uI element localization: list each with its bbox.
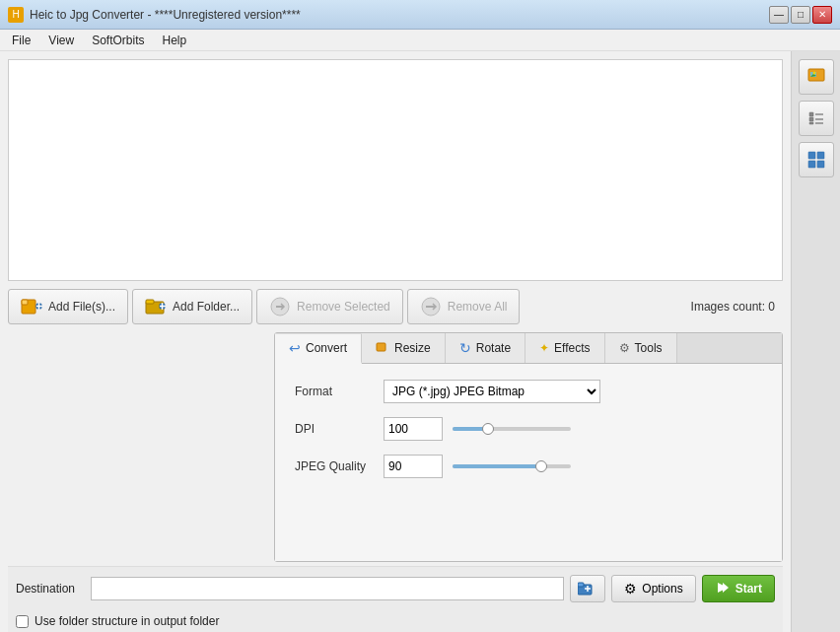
quality-slider-thumb bbox=[535, 460, 547, 472]
tools-tab-icon: ⚙ bbox=[619, 341, 630, 355]
svg-point-24 bbox=[812, 72, 815, 75]
svg-marker-20 bbox=[723, 583, 729, 593]
format-label: Format bbox=[295, 385, 384, 398]
convert-tab-icon: ↩ bbox=[289, 340, 301, 356]
remove-all-button[interactable]: Remove All bbox=[407, 289, 521, 324]
menu-bar: File View SoftOrbits Help bbox=[0, 30, 840, 51]
svg-rect-6 bbox=[146, 300, 154, 304]
destination-input[interactable] bbox=[91, 577, 564, 600]
add-files-label: Add File(s)... bbox=[48, 300, 115, 314]
dpi-control: 100 bbox=[384, 417, 571, 441]
tabs-header: ↩ Convert Resize ↻ Rotate bbox=[275, 333, 782, 364]
add-files-button[interactable]: Add File(s)... bbox=[8, 289, 128, 324]
folder-structure-label[interactable]: Use folder structure in output folder bbox=[35, 614, 219, 628]
start-icon bbox=[715, 581, 731, 597]
menu-softorbits[interactable]: SoftOrbits bbox=[84, 32, 152, 49]
dpi-input[interactable]: 100 bbox=[384, 417, 443, 441]
tab-rotate[interactable]: ↻ Rotate bbox=[446, 333, 525, 363]
menu-file[interactable]: File bbox=[4, 32, 38, 49]
svg-rect-16 bbox=[578, 583, 584, 587]
resize-tab-label: Resize bbox=[394, 341, 431, 355]
effects-tab-label: Effects bbox=[554, 341, 590, 355]
toolbar-row: Add File(s)... Add Folder... bbox=[8, 289, 783, 324]
svg-rect-31 bbox=[808, 152, 815, 159]
window-title: Heic to Jpg Converter - ****Unregistered… bbox=[30, 8, 301, 22]
tab-resize[interactable]: Resize bbox=[362, 333, 446, 363]
minimize-button[interactable]: — bbox=[769, 6, 789, 24]
title-bar: H Heic to Jpg Converter - ****Unregister… bbox=[0, 0, 840, 30]
add-folder-icon bbox=[145, 296, 167, 317]
svg-rect-1 bbox=[22, 300, 28, 305]
format-select[interactable]: JPG (*.jpg) JPEG Bitmap PNG (*.png) BMP … bbox=[384, 380, 600, 403]
svg-rect-26 bbox=[809, 117, 813, 121]
app-icon: H bbox=[8, 7, 24, 23]
tools-tab-label: Tools bbox=[635, 341, 663, 355]
resize-tab-icon bbox=[376, 340, 389, 357]
svg-rect-32 bbox=[817, 152, 824, 159]
menu-view[interactable]: View bbox=[40, 32, 82, 49]
svg-rect-25 bbox=[809, 112, 813, 116]
add-files-icon bbox=[21, 296, 42, 317]
add-folder-label: Add Folder... bbox=[173, 300, 240, 314]
sidebar-list-button[interactable] bbox=[799, 101, 834, 136]
options-label: Options bbox=[642, 582, 682, 596]
tab-tools[interactable]: ⚙ Tools bbox=[605, 333, 677, 363]
rotate-tab-label: Rotate bbox=[476, 341, 511, 355]
start-button[interactable]: Start bbox=[702, 575, 775, 602]
format-control: JPG (*.jpg) JPEG Bitmap PNG (*.png) BMP … bbox=[384, 380, 762, 403]
format-row: Format JPG (*.jpg) JPEG Bitmap PNG (*.pn… bbox=[295, 380, 762, 403]
convert-tab-label: Convert bbox=[306, 341, 347, 355]
close-button[interactable]: ✕ bbox=[812, 6, 832, 24]
quality-slider[interactable] bbox=[453, 464, 571, 468]
images-count: Images count: 0 bbox=[691, 300, 783, 314]
destination-browse-button[interactable] bbox=[570, 575, 605, 602]
right-sidebar bbox=[791, 51, 840, 632]
quality-input[interactable]: 90 bbox=[384, 455, 443, 478]
svg-rect-33 bbox=[808, 161, 815, 168]
sidebar-thumbnails-button[interactable] bbox=[799, 59, 834, 95]
dpi-slider[interactable] bbox=[453, 427, 571, 431]
quality-control: 90 bbox=[384, 455, 571, 478]
title-controls: — □ ✕ bbox=[769, 6, 832, 24]
options-button[interactable]: ⚙ Options bbox=[611, 575, 695, 602]
svg-rect-27 bbox=[809, 122, 813, 124]
title-bar-left: H Heic to Jpg Converter - ****Unregister… bbox=[8, 7, 301, 23]
options-icon: ⚙ bbox=[624, 581, 637, 597]
checkbox-row: Use folder structure in output folder bbox=[8, 610, 783, 632]
remove-selected-label: Remove Selected bbox=[297, 300, 390, 314]
rotate-tab-icon: ↻ bbox=[459, 340, 471, 356]
menu-help[interactable]: Help bbox=[155, 32, 195, 49]
folder-structure-checkbox[interactable] bbox=[16, 615, 29, 628]
dpi-label: DPI bbox=[295, 422, 384, 436]
effects-tab-icon: ✦ bbox=[539, 341, 549, 355]
remove-all-icon bbox=[420, 296, 442, 317]
add-folder-button[interactable]: Add Folder... bbox=[132, 289, 252, 324]
remove-selected-icon bbox=[269, 296, 291, 317]
destination-bar: Destination ⚙ Options bbox=[8, 566, 783, 610]
tabs-panel: ↩ Convert Resize ↻ Rotate bbox=[274, 332, 783, 562]
destination-label: Destination bbox=[16, 582, 85, 596]
quality-slider-fill bbox=[453, 464, 541, 468]
tab-convert[interactable]: ↩ Convert bbox=[275, 334, 362, 364]
tab-effects[interactable]: ✦ Effects bbox=[525, 333, 604, 363]
tab-content-convert: Format JPG (*.jpg) JPEG Bitmap PNG (*.pn… bbox=[275, 364, 782, 561]
svg-rect-34 bbox=[817, 161, 824, 168]
dpi-slider-thumb bbox=[482, 423, 494, 435]
remove-all-label: Remove All bbox=[448, 300, 508, 314]
start-label: Start bbox=[735, 582, 762, 596]
sidebar-grid-button[interactable] bbox=[799, 142, 834, 177]
dpi-row: DPI 100 bbox=[295, 417, 762, 441]
quality-label: JPEG Quality bbox=[295, 459, 384, 473]
quality-row: JPEG Quality 90 bbox=[295, 455, 762, 478]
image-list[interactable] bbox=[8, 59, 783, 281]
remove-selected-button[interactable]: Remove Selected bbox=[256, 289, 403, 324]
maximize-button[interactable]: □ bbox=[791, 6, 810, 24]
